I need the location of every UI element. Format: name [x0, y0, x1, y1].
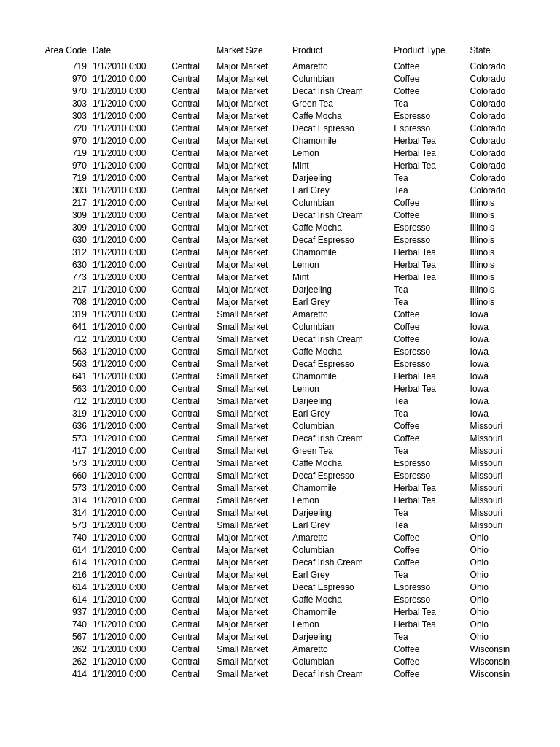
cell-marketsize: Major Market — [217, 531, 292, 543]
cell-marketsize: Major Market — [217, 258, 292, 271]
table-row: 2621/1/2010 0:00CentralSmall MarketColum… — [29, 655, 531, 667]
cell-product: Green Tea — [292, 97, 394, 109]
cell-areacode: 303 — [29, 97, 93, 109]
cell-areacode: 563 — [29, 357, 93, 370]
cell-state: Colorado — [470, 85, 531, 97]
cell-state: Wisconsin — [470, 667, 531, 680]
cell-product: Earl Grey — [292, 295, 394, 308]
cell-state: Colorado — [470, 134, 531, 147]
table-row: 6141/1/2010 0:00CentralMajor MarketDecaf… — [29, 556, 531, 568]
cell-date: 1/1/2010 0:00 — [93, 134, 171, 147]
table-row: 3031/1/2010 0:00CentralMajor MarketCaffe… — [29, 109, 531, 122]
cell-areacode: 740 — [29, 618, 93, 630]
cell-marketsize: Major Market — [217, 184, 292, 196]
cell-market: Central — [171, 308, 217, 320]
cell-state: Illinois — [470, 283, 531, 295]
cell-areacode: 614 — [29, 556, 93, 568]
cell-market: Central — [171, 72, 217, 85]
cell-producttype: Espresso — [394, 593, 470, 605]
cell-areacode: 614 — [29, 543, 93, 556]
table-row: 4171/1/2010 0:00CentralSmall MarketGreen… — [29, 444, 531, 457]
table-row: 3141/1/2010 0:00CentralSmall MarketLemon… — [29, 494, 531, 506]
cell-market: Central — [171, 196, 217, 209]
cell-state: Ohio — [470, 556, 531, 568]
cell-producttype: Coffee — [394, 432, 470, 444]
cell-date: 1/1/2010 0:00 — [93, 469, 171, 481]
cell-producttype: Tea — [394, 295, 470, 308]
cell-state: Colorado — [470, 159, 531, 171]
cell-producttype: Coffee — [394, 85, 470, 97]
cell-producttype: Herbal Tea — [394, 481, 470, 494]
cell-state: Missouri — [470, 506, 531, 519]
cell-areacode: 573 — [29, 481, 93, 494]
cell-product: Columbian — [292, 419, 394, 432]
cell-state: Illinois — [470, 209, 531, 221]
cell-date: 1/1/2010 0:00 — [93, 72, 171, 85]
table-row: 6301/1/2010 0:00CentralMajor MarketDecaf… — [29, 233, 531, 246]
cell-marketsize: Major Market — [217, 72, 292, 85]
table-row: 7731/1/2010 0:00CentralMajor MarketMintH… — [29, 271, 531, 283]
table-row: 5731/1/2010 0:00CentralSmall MarketEarl … — [29, 519, 531, 531]
cell-producttype: Coffee — [394, 419, 470, 432]
table-row: 7201/1/2010 0:00CentralMajor MarketDecaf… — [29, 122, 531, 134]
cell-product: Decaf Espresso — [292, 469, 394, 481]
cell-areacode: 262 — [29, 643, 93, 655]
cell-marketsize: Small Market — [217, 519, 292, 531]
cell-market: Central — [171, 568, 217, 581]
cell-marketsize: Small Market — [217, 419, 292, 432]
cell-areacode: 563 — [29, 345, 93, 357]
col-header-date: Date — [93, 44, 171, 60]
table-row: 7121/1/2010 0:00CentralSmall MarketDarje… — [29, 395, 531, 407]
cell-product: Darjeeling — [292, 283, 394, 295]
cell-producttype: Tea — [394, 97, 470, 109]
cell-market: Central — [171, 407, 217, 419]
cell-date: 1/1/2010 0:00 — [93, 481, 171, 494]
cell-date: 1/1/2010 0:00 — [93, 618, 171, 630]
cell-marketsize: Small Market — [217, 370, 292, 382]
cell-marketsize: Small Market — [217, 494, 292, 506]
cell-product: Earl Grey — [292, 407, 394, 419]
table-row: 7191/1/2010 0:00CentralMajor MarketAmare… — [29, 60, 531, 72]
table-row: 6411/1/2010 0:00CentralSmall MarketChamo… — [29, 370, 531, 382]
table-row: 2621/1/2010 0:00CentralSmall MarketAmare… — [29, 643, 531, 655]
cell-areacode: 937 — [29, 605, 93, 618]
cell-producttype: Coffee — [394, 60, 470, 72]
cell-marketsize: Small Market — [217, 345, 292, 357]
cell-marketsize: Small Market — [217, 357, 292, 370]
cell-product: Caffe Mocha — [292, 593, 394, 605]
cell-areacode: 216 — [29, 568, 93, 581]
cell-producttype: Espresso — [394, 457, 470, 469]
table-row: 5731/1/2010 0:00CentralSmall MarketChamo… — [29, 481, 531, 494]
cell-marketsize: Major Market — [217, 246, 292, 258]
cell-market: Central — [171, 382, 217, 395]
cell-producttype: Herbal Tea — [394, 147, 470, 159]
cell-date: 1/1/2010 0:00 — [93, 60, 171, 72]
cell-state: Missouri — [470, 419, 531, 432]
cell-state: Wisconsin — [470, 643, 531, 655]
cell-marketsize: Major Market — [217, 295, 292, 308]
col-header-market — [171, 44, 217, 60]
cell-marketsize: Small Market — [217, 457, 292, 469]
cell-producttype: Coffee — [394, 209, 470, 221]
cell-areacode: 712 — [29, 395, 93, 407]
table-row: 9701/1/2010 0:00CentralMajor MarketColum… — [29, 72, 531, 85]
cell-areacode: 614 — [29, 581, 93, 593]
cell-areacode: 641 — [29, 320, 93, 333]
table-row: 5631/1/2010 0:00CentralSmall MarketCaffe… — [29, 345, 531, 357]
cell-date: 1/1/2010 0:00 — [93, 258, 171, 271]
cell-market: Central — [171, 419, 217, 432]
cell-product: Caffe Mocha — [292, 109, 394, 122]
cell-state: Iowa — [470, 395, 531, 407]
cell-state: Illinois — [470, 221, 531, 233]
cell-date: 1/1/2010 0:00 — [93, 457, 171, 469]
cell-product: Columbian — [292, 655, 394, 667]
cell-marketsize: Small Market — [217, 481, 292, 494]
cell-state: Iowa — [470, 345, 531, 357]
cell-areacode: 630 — [29, 258, 93, 271]
cell-producttype: Tea — [394, 407, 470, 419]
cell-state: Iowa — [470, 382, 531, 395]
table-row: 7081/1/2010 0:00CentralMajor MarketEarl … — [29, 295, 531, 308]
cell-state: Colorado — [470, 184, 531, 196]
cell-marketsize: Major Market — [217, 85, 292, 97]
cell-product: Columbian — [292, 543, 394, 556]
